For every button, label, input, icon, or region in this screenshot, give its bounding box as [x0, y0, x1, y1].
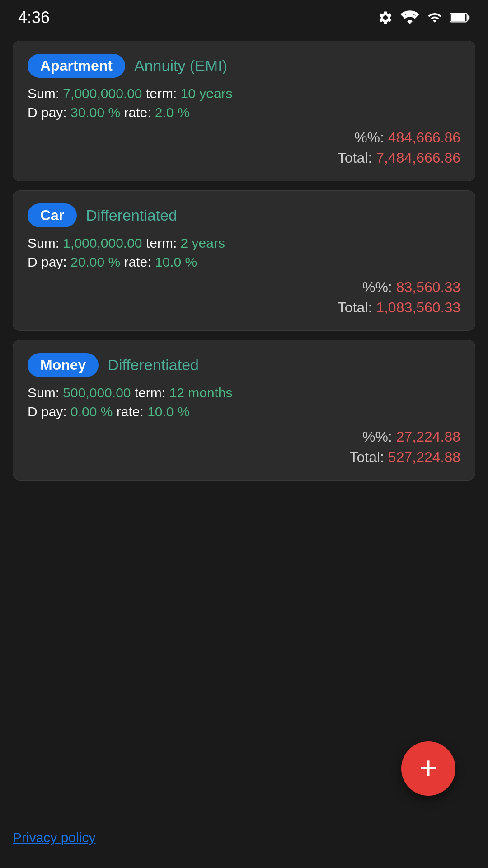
money-badge: Money: [28, 353, 99, 377]
term-label-money: term:: [135, 385, 169, 400]
car-rate-value: 10.0 %: [155, 255, 197, 269]
money-dpay-line: D pay: 0.00 % rate: 10.0 %: [28, 404, 460, 420]
money-percent-line: %%: 27,224.88: [362, 429, 460, 445]
car-type: Differentiated: [86, 207, 177, 224]
rate-label: rate:: [124, 105, 155, 120]
apartment-loan-card[interactable]: Apartment Annuity (EMI) Sum: 7,000,000.0…: [13, 41, 475, 181]
money-percent-label: %%:: [362, 429, 392, 445]
car-badge: Car: [28, 203, 77, 227]
money-total-value: 527,224.88: [388, 449, 460, 465]
apartment-rate-value: 2.0 %: [155, 105, 190, 120]
sum-label: Sum:: [28, 86, 63, 101]
money-loan-card[interactable]: Money Differentiated Sum: 500,000.00 ter…: [13, 340, 475, 481]
apartment-term-value: 10 years: [181, 86, 233, 101]
apartment-details: Sum: 7,000,000.00 term: 10 years D pay: …: [28, 86, 460, 120]
status-bar: 4:36: [0, 0, 488, 32]
term-label-car: term:: [146, 236, 181, 250]
apartment-results: %%: 484,666.86 Total: 7,484,666.86: [28, 129, 460, 166]
car-total-value: 1,083,560.33: [376, 299, 460, 316]
car-details: Sum: 1,000,000.00 term: 2 years D pay: 2…: [28, 236, 460, 270]
car-loan-card[interactable]: Car Differentiated Sum: 1,000,000.00 ter…: [13, 190, 475, 331]
dpay-label-money: D pay:: [28, 404, 70, 419]
car-percent-line: %%: 83,560.33: [362, 279, 460, 296]
dpay-label-car: D pay:: [28, 255, 70, 269]
privacy-policy-link[interactable]: Privacy policy: [13, 830, 95, 845]
car-dpay-line: D pay: 20.00 % rate: 10.0 %: [28, 255, 460, 270]
rate-label-money: rate:: [117, 404, 147, 419]
sum-label-car: Sum:: [28, 236, 63, 250]
apartment-sum-value: 7,000,000.00: [63, 86, 146, 101]
money-sum-line: Sum: 500,000.00 term: 12 months: [28, 385, 460, 401]
car-results: %%: 83,560.33 Total: 1,083,560.33: [28, 279, 460, 316]
gear-icon[interactable]: [378, 10, 393, 25]
money-rate-value: 10.0 %: [147, 404, 189, 419]
money-total-label: Total:: [349, 449, 384, 465]
apartment-sum-line: Sum: 7,000,000.00 term: 10 years: [28, 86, 460, 101]
money-details: Sum: 500,000.00 term: 12 months D pay: 0…: [28, 385, 460, 420]
money-term-value: 12 months: [169, 385, 233, 400]
apartment-percent-line: %%: 484,666.86: [354, 129, 460, 146]
apartment-percent-value: 484,666.86: [388, 129, 460, 146]
apartment-dpay-line: D pay: 30.00 % rate: 2.0 %: [28, 105, 460, 120]
money-percent-value: 27,224.88: [396, 429, 460, 445]
car-term-value: 2 years: [181, 236, 225, 250]
money-dpay-value: 0.00 %: [70, 404, 117, 419]
car-sum-line: Sum: 1,000,000.00 term: 2 years: [28, 236, 460, 251]
card-header-money: Money Differentiated: [28, 353, 460, 377]
term-label: term:: [146, 86, 181, 101]
sum-label-money: Sum:: [28, 385, 63, 400]
car-total-line: Total: 1,083,560.33: [338, 299, 460, 316]
car-sum-value: 1,000,000.00: [63, 236, 146, 250]
total-label: Total:: [338, 150, 372, 166]
car-percent-value: 83,560.33: [396, 279, 460, 295]
apartment-badge: Apartment: [28, 54, 125, 78]
apartment-type: Annuity (EMI): [134, 57, 227, 75]
apartment-total-value: 7,484,666.86: [376, 150, 460, 166]
status-icons: [378, 10, 470, 25]
car-total-label: Total:: [338, 299, 372, 316]
money-results: %%: 27,224.88 Total: 527,224.88: [28, 429, 460, 466]
card-header-apartment: Apartment Annuity (EMI): [28, 54, 460, 78]
car-dpay-value: 20.00 %: [70, 255, 124, 269]
status-time: 4:36: [18, 8, 50, 27]
svg-rect-1: [468, 15, 470, 19]
money-type: Differentiated: [108, 356, 199, 374]
svg-rect-2: [451, 14, 465, 21]
dpay-label: D pay:: [28, 105, 70, 120]
battery-icon: [450, 11, 470, 24]
apartment-dpay-value: 30.00 %: [70, 105, 124, 120]
percent-label: %%:: [354, 129, 384, 146]
money-sum-value: 500,000.00: [63, 385, 134, 400]
add-loan-button[interactable]: +: [401, 741, 455, 796]
card-header-car: Car Differentiated: [28, 203, 460, 227]
rate-label-car: rate:: [124, 255, 155, 269]
plus-icon: +: [419, 752, 437, 783]
wifi-icon: [400, 10, 419, 25]
money-total-line: Total: 527,224.88: [349, 449, 460, 466]
cards-container: Apartment Annuity (EMI) Sum: 7,000,000.0…: [0, 32, 488, 490]
apartment-total-line: Total: 7,484,666.86: [338, 150, 460, 166]
car-percent-label: %%:: [362, 279, 392, 295]
signal-icon: [427, 10, 443, 25]
